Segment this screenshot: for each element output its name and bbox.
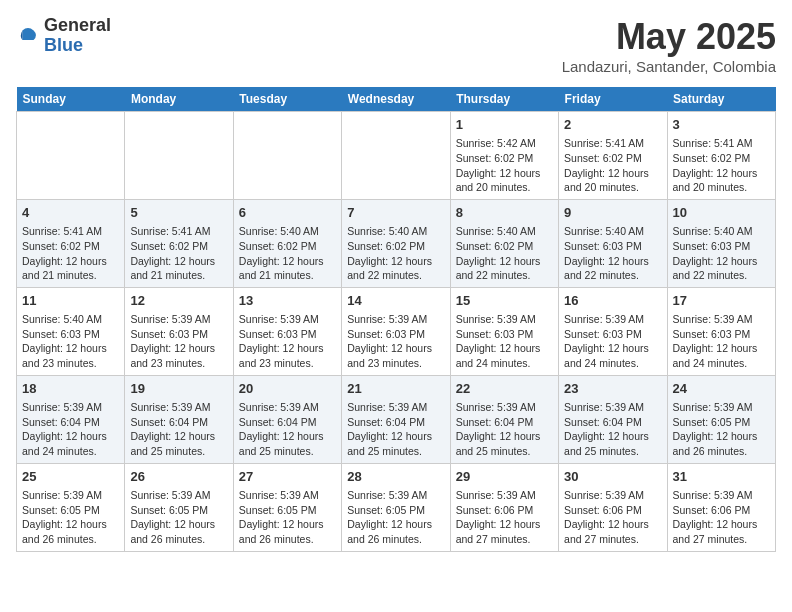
day-content: Sunrise: 5:39 AM Sunset: 6:04 PM Dayligh… [130,400,227,459]
day-number: 11 [22,292,119,310]
day-content: Sunrise: 5:39 AM Sunset: 6:05 PM Dayligh… [22,488,119,547]
day-content: Sunrise: 5:40 AM Sunset: 6:03 PM Dayligh… [673,224,770,283]
calendar-cell: 11Sunrise: 5:40 AM Sunset: 6:03 PM Dayli… [17,287,125,375]
day-number: 4 [22,204,119,222]
calendar-week-row: 1Sunrise: 5:42 AM Sunset: 6:02 PM Daylig… [17,112,776,200]
weekday-header: Thursday [450,87,558,112]
calendar-cell: 28Sunrise: 5:39 AM Sunset: 6:05 PM Dayli… [342,463,450,551]
day-content: Sunrise: 5:40 AM Sunset: 6:02 PM Dayligh… [456,224,553,283]
title-block: May 2025 Landazuri, Santander, Colombia [562,16,776,75]
day-content: Sunrise: 5:39 AM Sunset: 6:06 PM Dayligh… [456,488,553,547]
day-number: 1 [456,116,553,134]
day-content: Sunrise: 5:39 AM Sunset: 6:03 PM Dayligh… [130,312,227,371]
day-number: 20 [239,380,336,398]
calendar-cell: 13Sunrise: 5:39 AM Sunset: 6:03 PM Dayli… [233,287,341,375]
day-number: 5 [130,204,227,222]
weekday-header: Tuesday [233,87,341,112]
day-number: 27 [239,468,336,486]
calendar-cell: 12Sunrise: 5:39 AM Sunset: 6:03 PM Dayli… [125,287,233,375]
day-number: 19 [130,380,227,398]
day-number: 18 [22,380,119,398]
calendar-cell: 5Sunrise: 5:41 AM Sunset: 6:02 PM Daylig… [125,199,233,287]
day-content: Sunrise: 5:41 AM Sunset: 6:02 PM Dayligh… [564,136,661,195]
day-number: 8 [456,204,553,222]
calendar-cell: 4Sunrise: 5:41 AM Sunset: 6:02 PM Daylig… [17,199,125,287]
day-content: Sunrise: 5:39 AM Sunset: 6:04 PM Dayligh… [347,400,444,459]
day-number: 17 [673,292,770,310]
day-content: Sunrise: 5:41 AM Sunset: 6:02 PM Dayligh… [673,136,770,195]
day-content: Sunrise: 5:41 AM Sunset: 6:02 PM Dayligh… [130,224,227,283]
logo: General Blue [16,16,111,56]
calendar-table: SundayMondayTuesdayWednesdayThursdayFrid… [16,87,776,552]
calendar-cell: 2Sunrise: 5:41 AM Sunset: 6:02 PM Daylig… [559,112,667,200]
day-number: 7 [347,204,444,222]
day-number: 21 [347,380,444,398]
day-content: Sunrise: 5:40 AM Sunset: 6:03 PM Dayligh… [22,312,119,371]
day-number: 23 [564,380,661,398]
day-number: 6 [239,204,336,222]
calendar-cell: 6Sunrise: 5:40 AM Sunset: 6:02 PM Daylig… [233,199,341,287]
calendar-cell: 26Sunrise: 5:39 AM Sunset: 6:05 PM Dayli… [125,463,233,551]
calendar-cell: 20Sunrise: 5:39 AM Sunset: 6:04 PM Dayli… [233,375,341,463]
weekday-header: Monday [125,87,233,112]
day-content: Sunrise: 5:39 AM Sunset: 6:04 PM Dayligh… [239,400,336,459]
day-number: 22 [456,380,553,398]
day-content: Sunrise: 5:39 AM Sunset: 6:04 PM Dayligh… [564,400,661,459]
logo-icon [16,24,40,48]
day-content: Sunrise: 5:39 AM Sunset: 6:05 PM Dayligh… [673,400,770,459]
calendar-cell: 1Sunrise: 5:42 AM Sunset: 6:02 PM Daylig… [450,112,558,200]
day-content: Sunrise: 5:39 AM Sunset: 6:05 PM Dayligh… [130,488,227,547]
day-content: Sunrise: 5:39 AM Sunset: 6:05 PM Dayligh… [239,488,336,547]
logo-blue: Blue [44,36,111,56]
day-number: 9 [564,204,661,222]
day-content: Sunrise: 5:42 AM Sunset: 6:02 PM Dayligh… [456,136,553,195]
day-content: Sunrise: 5:41 AM Sunset: 6:02 PM Dayligh… [22,224,119,283]
calendar-cell: 21Sunrise: 5:39 AM Sunset: 6:04 PM Dayli… [342,375,450,463]
day-number: 29 [456,468,553,486]
day-content: Sunrise: 5:39 AM Sunset: 6:03 PM Dayligh… [564,312,661,371]
calendar-week-row: 18Sunrise: 5:39 AM Sunset: 6:04 PM Dayli… [17,375,776,463]
day-content: Sunrise: 5:39 AM Sunset: 6:03 PM Dayligh… [347,312,444,371]
day-content: Sunrise: 5:39 AM Sunset: 6:03 PM Dayligh… [456,312,553,371]
calendar-cell: 10Sunrise: 5:40 AM Sunset: 6:03 PM Dayli… [667,199,775,287]
day-content: Sunrise: 5:39 AM Sunset: 6:03 PM Dayligh… [673,312,770,371]
calendar-cell: 16Sunrise: 5:39 AM Sunset: 6:03 PM Dayli… [559,287,667,375]
calendar-cell: 7Sunrise: 5:40 AM Sunset: 6:02 PM Daylig… [342,199,450,287]
calendar-cell: 8Sunrise: 5:40 AM Sunset: 6:02 PM Daylig… [450,199,558,287]
calendar-cell: 31Sunrise: 5:39 AM Sunset: 6:06 PM Dayli… [667,463,775,551]
day-number: 24 [673,380,770,398]
calendar-week-row: 4Sunrise: 5:41 AM Sunset: 6:02 PM Daylig… [17,199,776,287]
weekday-header: Saturday [667,87,775,112]
calendar-cell: 19Sunrise: 5:39 AM Sunset: 6:04 PM Dayli… [125,375,233,463]
location: Landazuri, Santander, Colombia [562,58,776,75]
calendar-cell: 22Sunrise: 5:39 AM Sunset: 6:04 PM Dayli… [450,375,558,463]
calendar-cell: 9Sunrise: 5:40 AM Sunset: 6:03 PM Daylig… [559,199,667,287]
day-content: Sunrise: 5:39 AM Sunset: 6:04 PM Dayligh… [456,400,553,459]
day-number: 14 [347,292,444,310]
logo-text: General Blue [44,16,111,56]
calendar-cell [233,112,341,200]
calendar-cell: 29Sunrise: 5:39 AM Sunset: 6:06 PM Dayli… [450,463,558,551]
day-content: Sunrise: 5:40 AM Sunset: 6:03 PM Dayligh… [564,224,661,283]
day-content: Sunrise: 5:39 AM Sunset: 6:05 PM Dayligh… [347,488,444,547]
calendar-cell: 3Sunrise: 5:41 AM Sunset: 6:02 PM Daylig… [667,112,775,200]
day-number: 2 [564,116,661,134]
day-content: Sunrise: 5:40 AM Sunset: 6:02 PM Dayligh… [347,224,444,283]
day-number: 15 [456,292,553,310]
day-number: 30 [564,468,661,486]
weekday-header: Friday [559,87,667,112]
day-number: 10 [673,204,770,222]
day-number: 12 [130,292,227,310]
calendar-week-row: 25Sunrise: 5:39 AM Sunset: 6:05 PM Dayli… [17,463,776,551]
day-number: 31 [673,468,770,486]
day-content: Sunrise: 5:40 AM Sunset: 6:02 PM Dayligh… [239,224,336,283]
weekday-header: Sunday [17,87,125,112]
calendar-cell: 30Sunrise: 5:39 AM Sunset: 6:06 PM Dayli… [559,463,667,551]
calendar-cell: 15Sunrise: 5:39 AM Sunset: 6:03 PM Dayli… [450,287,558,375]
calendar-cell: 27Sunrise: 5:39 AM Sunset: 6:05 PM Dayli… [233,463,341,551]
day-number: 13 [239,292,336,310]
calendar-cell: 24Sunrise: 5:39 AM Sunset: 6:05 PM Dayli… [667,375,775,463]
calendar-cell: 23Sunrise: 5:39 AM Sunset: 6:04 PM Dayli… [559,375,667,463]
day-content: Sunrise: 5:39 AM Sunset: 6:06 PM Dayligh… [564,488,661,547]
calendar-cell: 18Sunrise: 5:39 AM Sunset: 6:04 PM Dayli… [17,375,125,463]
